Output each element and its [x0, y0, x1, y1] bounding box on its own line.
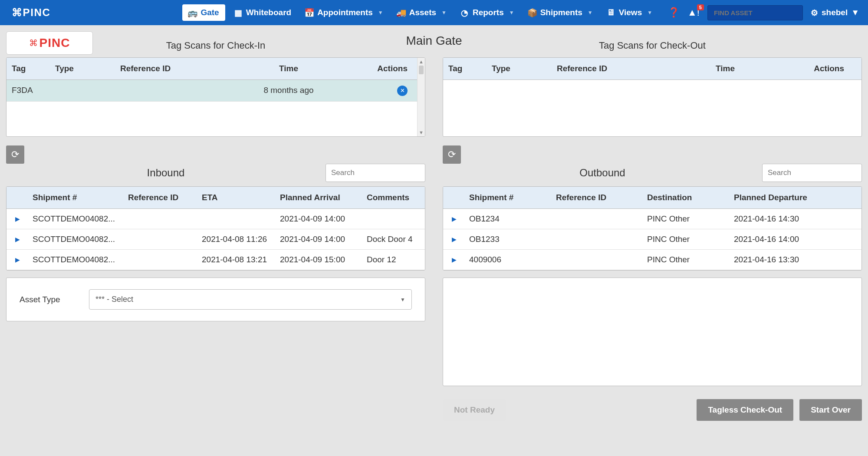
monitor-icon: 🖥: [607, 8, 615, 17]
lower-row: ⟳ Inbound Shipment # Reference ID ETA Pl…: [6, 145, 862, 421]
th-tag: Tag: [443, 58, 487, 79]
td-shipment: SCOTTDEMO04082...: [28, 250, 124, 270]
brand-logo-text: PINC: [39, 36, 70, 50]
brand-mark-icon: ⌘: [29, 38, 38, 48]
nav-views[interactable]: 🖥 Views ▼: [600, 0, 659, 25]
td-ref: [124, 214, 197, 224]
asset-type-select[interactable]: *** - Select ▼: [89, 289, 412, 310]
table-row[interactable]: ▶ 4009006 PINC Other 2021-04-16 13:30: [443, 250, 861, 270]
th-eta: ETA: [197, 187, 276, 208]
user-menu[interactable]: ⚙ shebel ▼: [811, 8, 859, 18]
table-row[interactable]: ▶ SCOTTDEMO04082... 2021-04-09 14:00: [7, 209, 425, 229]
th-planned: Planned Departure: [730, 187, 861, 208]
checkout-table: Tag Type Reference ID Time Actions: [443, 57, 862, 137]
table-row[interactable]: ▶ OB1233 PINC Other 2021-04-16 14:00: [443, 229, 861, 250]
outbound-table-header: Shipment # Reference ID Destination Plan…: [443, 187, 861, 209]
refresh-icon: ⟳: [448, 149, 456, 160]
nav-appointments[interactable]: 📅 Appointments ▼: [298, 0, 390, 25]
th-dest: Destination: [643, 187, 730, 208]
inbound-title: Inbound: [6, 167, 326, 179]
table-row[interactable]: ▶ OB1234 PINC Other 2021-04-16 14:30: [443, 209, 861, 229]
outbound-section: ⟳ Outbound Shipment # Reference ID Desti…: [443, 145, 862, 421]
chevron-down-icon: ▼: [851, 8, 859, 17]
chevron-down-icon: ▼: [441, 10, 447, 16]
th-expand: [443, 187, 465, 208]
delete-row-button[interactable]: ✕: [397, 86, 408, 96]
nav-shipments[interactable]: 📦 Shipments ▼: [521, 0, 600, 25]
alerts-button[interactable]: ▲! 5: [687, 7, 700, 18]
nav-right: ❓ ▲! 5 ⚙ shebel ▼: [668, 5, 859, 20]
td-shipment: SCOTTDEMO04082...: [28, 209, 124, 229]
calendar-icon: 📅: [305, 8, 314, 17]
td-comments: Dock Door 4: [362, 229, 425, 249]
outbound-detail-panel: [443, 278, 862, 386]
th-planned: Planned Arrival: [276, 187, 362, 208]
user-name: shebel: [822, 8, 848, 17]
td-ref: [115, 85, 237, 96]
chevron-right-icon: ▶: [15, 256, 20, 263]
nav-whiteboard-label: Whiteboard: [246, 8, 292, 17]
scrollbar[interactable]: ▲ ▼: [417, 58, 425, 136]
th-shipment: Shipment #: [465, 187, 552, 208]
th-ref: Reference ID: [115, 58, 237, 79]
nav-assets-label: Assets: [409, 8, 436, 17]
td-ref: [552, 254, 643, 265]
grid-icon: ▦: [234, 8, 243, 17]
checkin-table-header: Tag Type Reference ID Time Actions: [7, 58, 425, 80]
help-button[interactable]: ❓: [668, 7, 680, 18]
not-ready-button: Not Ready: [443, 399, 506, 421]
td-eta: 2021-04-08 11:26: [197, 229, 276, 249]
th-actions: Actions: [777, 58, 861, 79]
start-over-button[interactable]: Start Over: [799, 399, 862, 421]
th-comments: Comments: [362, 187, 425, 208]
th-ref: Reference ID: [124, 187, 197, 208]
table-row[interactable]: ▶ SCOTTDEMO04082... 2021-04-08 11:26 202…: [7, 229, 425, 250]
refresh-outbound-button[interactable]: ⟳: [443, 145, 461, 164]
checkout-column: Tag Scans for Check-Out Tag Type Referen…: [443, 31, 862, 137]
scroll-up-icon[interactable]: ▲: [418, 58, 425, 66]
checkin-table-body: F3DA 8 months ago ✕: [7, 80, 425, 136]
td-planned: 2021-04-16 14:00: [730, 229, 861, 249]
table-row[interactable]: ▶ SCOTTDEMO04082... 2021-04-08 13:21 202…: [7, 250, 425, 270]
th-time: Time: [673, 58, 777, 79]
nav-appointments-label: Appointments: [317, 8, 373, 17]
nav-views-label: Views: [619, 8, 642, 17]
asset-type-value: *** - Select: [95, 295, 133, 304]
alert-badge: 5: [697, 4, 704, 10]
th-ref: Reference ID: [552, 58, 673, 79]
nav-assets[interactable]: 🚚 Assets ▼: [390, 0, 454, 25]
table-row[interactable]: F3DA 8 months ago ✕: [7, 80, 425, 102]
expand-row-button[interactable]: ▶: [7, 236, 28, 243]
td-planned: 2021-04-09 14:00: [276, 209, 362, 229]
checkout-table-header: Tag Type Reference ID Time Actions: [443, 58, 861, 80]
nav-whiteboard[interactable]: ▦ Whiteboard: [227, 0, 299, 25]
td-ref: [124, 254, 197, 265]
expand-row-button[interactable]: ▶: [7, 215, 28, 222]
outbound-search-input[interactable]: [762, 164, 862, 182]
top-row: ⌘ PINC Main Gate Tag Scans for Check-In …: [6, 31, 862, 137]
inbound-search-input[interactable]: [326, 164, 425, 182]
nav-gate-label: Gate: [201, 8, 219, 17]
find-asset-input[interactable]: [707, 5, 803, 20]
td-comments: Door 12: [362, 250, 425, 270]
chevron-right-icon: ▶: [15, 236, 20, 243]
td-dest: PINC Other: [643, 229, 730, 249]
nav-items: 🚌 Gate ▦ Whiteboard 📅 Appointments ▼ 🚚 A…: [181, 0, 859, 25]
expand-row-button[interactable]: ▶: [443, 236, 465, 243]
nav-shipments-label: Shipments: [540, 8, 582, 17]
refresh-inbound-button[interactable]: ⟳: [6, 145, 24, 164]
chevron-down-icon: ▼: [647, 10, 652, 16]
nav-reports[interactable]: ◔ Reports ▼: [454, 0, 521, 25]
nav-gate[interactable]: 🚌 Gate: [182, 4, 225, 21]
td-planned: 2021-04-16 14:30: [730, 209, 861, 229]
expand-row-button[interactable]: ▶: [7, 256, 28, 263]
expand-row-button[interactable]: ▶: [443, 256, 465, 263]
scroll-thumb[interactable]: [419, 66, 424, 74]
tagless-checkout-button[interactable]: Tagless Check-Out: [697, 399, 793, 421]
td-shipment: OB1234: [465, 209, 552, 229]
chart-icon: ◔: [460, 8, 469, 17]
scroll-down-icon[interactable]: ▼: [418, 129, 425, 136]
expand-row-button[interactable]: ▶: [443, 215, 465, 222]
th-type: Type: [487, 58, 552, 79]
td-dest: PINC Other: [643, 250, 730, 270]
